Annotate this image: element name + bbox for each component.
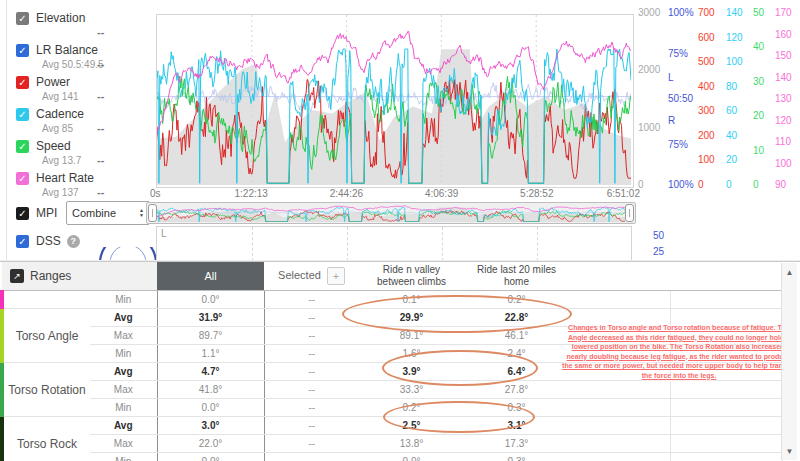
mpi-checkbox[interactable]: ✓	[16, 207, 29, 220]
lr-balance-axis: 100%75%L50:50R75%100%	[668, 8, 698, 188]
table-cell	[670, 381, 782, 399]
table-cell: 89.1°	[359, 327, 464, 345]
axis-tick: L	[668, 72, 674, 83]
axis-tick: 2000	[638, 64, 660, 75]
table-header-row: ↗ Ranges All Selected+ Ride n valleybetw…	[2, 262, 782, 291]
dss-checkbox[interactable]: ✓	[16, 235, 29, 248]
axis-tick: 700	[698, 7, 715, 18]
table-cell	[670, 435, 782, 453]
ride-analysis-app: ✓Elevation--✓LR BalanceAvg 50.5:49.5--✓P…	[0, 0, 800, 461]
table-cell: 0.2°	[464, 291, 569, 309]
heart-rate-checkbox[interactable]: ✓	[16, 172, 29, 185]
speed-checkbox[interactable]: ✓	[16, 140, 29, 153]
timeline-navigator[interactable]	[146, 202, 636, 224]
table-scrollbar[interactable]: ▲ ▼	[781, 263, 797, 460]
axis-tick: 0	[698, 179, 704, 190]
axis-tick: 100	[775, 157, 792, 168]
metric-dash: --	[97, 58, 104, 70]
metric-dash: --	[97, 90, 104, 102]
table-row[interactable]: Max41.8°--33.3°27.8°	[2, 381, 782, 399]
axis-tick: 120	[775, 114, 792, 125]
table-cell: 22.8°	[464, 309, 569, 327]
stat-label: Min	[90, 453, 157, 461]
column-header-all[interactable]: All	[157, 262, 264, 291]
metric-avg: Avg 137	[42, 187, 79, 198]
navigator-left-handle[interactable]	[148, 204, 157, 222]
table-cell: 31.9°	[157, 309, 264, 327]
lr-balance-checkbox[interactable]: ✓	[16, 44, 29, 57]
table-cell: 33.3°	[359, 381, 464, 399]
column-header-selected[interactable]: Selected+	[264, 262, 359, 291]
ranges-panel: ↗ Ranges All Selected+ Ride n valleybetw…	[0, 261, 800, 461]
x-tick-label: 2:44:26	[330, 188, 363, 199]
axis-tick: 600	[698, 31, 715, 42]
power-axis: 7006005004003002001000	[698, 8, 728, 188]
axis-tick: 20	[753, 110, 764, 121]
table-cell	[670, 399, 782, 417]
dropdown-value: Combine	[72, 207, 116, 219]
power-checkbox[interactable]: ✓	[16, 76, 29, 89]
axis-tick: 50	[753, 7, 764, 18]
metric-heart-rate: ✓Heart RateAvg 137--	[16, 170, 146, 202]
elevation-checkbox[interactable]: ✓	[16, 12, 29, 25]
axis-tick: 110	[775, 136, 791, 147]
axis-tick: 300	[698, 105, 715, 116]
table-cell: 46.1°	[464, 327, 569, 345]
group-label: Torso Angle	[2, 309, 90, 363]
table-cell: 3.9°	[359, 363, 464, 381]
metric-label: Cadence	[36, 107, 84, 121]
stat-label: Avg	[90, 363, 157, 381]
table-cell	[569, 417, 670, 435]
metric-avg: Avg 50.5:49.5	[42, 59, 104, 70]
table-cell: 0.2°	[359, 399, 464, 417]
metric-elevation: ✓Elevation--	[16, 10, 146, 42]
table-row[interactable]: Min0.0°--0.2°0.3°	[2, 399, 782, 417]
metric-lr-balance: ✓LR BalanceAvg 50.5:49.5--	[16, 42, 146, 74]
table-cell: 17.3°	[464, 435, 569, 453]
dss-label: DSS	[36, 234, 61, 248]
table-cell	[670, 453, 782, 461]
column-header-range1[interactable]: Ride n valleybetween climbs	[359, 262, 464, 291]
main-chart[interactable]	[156, 14, 634, 188]
table-cell: 0.0°	[157, 453, 264, 461]
add-range-button[interactable]: +	[327, 267, 345, 285]
table-cell: 0.1°	[359, 291, 464, 309]
dss-axis-tick: 25	[653, 246, 683, 262]
expand-icon[interactable]: ↗	[10, 269, 24, 283]
fatigue-annotation: Changes in Torso angle and Torso rotatio…	[562, 323, 796, 380]
axis-tick: 0	[726, 179, 732, 190]
x-tick-label: 1:22:13	[235, 188, 268, 199]
axis-tick: 100	[726, 56, 743, 67]
table-row[interactable]: Max22.0°--13.8°17.3°	[2, 435, 782, 453]
stat-label: Min	[90, 399, 157, 417]
scroll-down-icon[interactable]: ▼	[782, 444, 797, 458]
axis-tick: 40	[726, 129, 737, 140]
help-icon[interactable]: ?	[67, 235, 80, 248]
table-cell	[569, 381, 670, 399]
table-cell: --	[264, 381, 359, 399]
metric-label: Power	[36, 75, 70, 89]
x-axis-labels: 0s1:22:132:44:264:06:395:28:526:51:02	[146, 188, 646, 201]
metric-avg: Avg 13.7	[42, 155, 81, 166]
cadence-checkbox[interactable]: ✓	[16, 108, 29, 121]
navigator-right-handle[interactable]	[625, 204, 634, 222]
table-cell: 2.5°	[359, 417, 464, 435]
table-cell: 41.8°	[157, 381, 264, 399]
x-tick-label: 0s	[150, 188, 161, 199]
dss-chart: L	[156, 226, 632, 262]
ranges-header-cell: ↗ Ranges	[2, 262, 157, 291]
axis-tick: 1000	[638, 121, 660, 132]
metric-label: Elevation	[36, 11, 85, 25]
mpi-combine-dropdown[interactable]: Combine	[66, 201, 150, 225]
ranges-title: Ranges	[30, 269, 71, 283]
axis-tick: 500	[698, 56, 715, 67]
table-row[interactable]: Torso RockAvg3.0°--2.5°3.1°	[2, 417, 782, 435]
column-header-range2[interactable]: Ride last 20 mileshome	[464, 262, 569, 291]
scroll-up-icon[interactable]: ▲	[782, 265, 797, 279]
axis-tick: 30	[753, 75, 764, 86]
axis-tick: 90	[775, 179, 786, 190]
table-row[interactable]: Min0.0°--0.1°0.2°	[2, 291, 782, 309]
x-tick-label: 6:51:02	[607, 188, 640, 199]
table-row[interactable]: Min0.0°--0.0°0.3°	[2, 453, 782, 461]
table-cell: 3.0°	[157, 417, 264, 435]
